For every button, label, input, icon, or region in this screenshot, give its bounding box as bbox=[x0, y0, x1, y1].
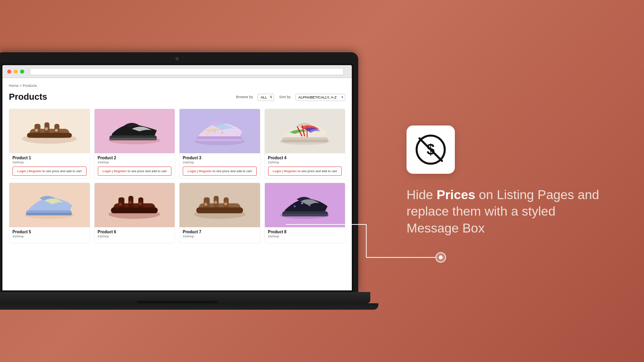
annotation-panel: $ Hide Prices on Listing Pages and repla… bbox=[382, 109, 624, 253]
product-vendor: ZaShop bbox=[12, 234, 87, 238]
laptop-mockup: Home > Products Products Browse by ALL bbox=[0, 52, 358, 310]
svg-point-43 bbox=[214, 201, 217, 204]
product-shoe-svg bbox=[13, 185, 86, 225]
product-vendor: ZaShop bbox=[183, 234, 257, 238]
product-info: Product 7 ZaShop bbox=[180, 227, 260, 243]
browse-label: Browse by bbox=[236, 95, 253, 99]
product-card[interactable]: Product 7 ZaShop bbox=[179, 183, 260, 243]
sort-select[interactable]: ALPHABETICALLY, A-Z bbox=[295, 94, 345, 101]
svg-rect-32 bbox=[111, 207, 158, 213]
svg-point-49 bbox=[301, 202, 303, 204]
laptop-screen: Home > Products Products Browse by ALL bbox=[2, 65, 352, 290]
svg-point-56 bbox=[436, 253, 446, 262]
svg-point-42 bbox=[204, 203, 207, 206]
product-image bbox=[180, 109, 260, 153]
product-card[interactable]: Product 5 ZaShop bbox=[9, 183, 90, 243]
login-box: Login | Register to see price and add to… bbox=[12, 167, 87, 176]
product-image bbox=[9, 183, 90, 227]
svg-point-16 bbox=[214, 130, 216, 132]
product-shoe-svg bbox=[184, 185, 256, 225]
product-shoe-svg bbox=[98, 111, 171, 151]
svg-point-35 bbox=[139, 202, 142, 205]
product-info: Product 8 ZaShop bbox=[265, 227, 345, 243]
svg-rect-41 bbox=[196, 207, 243, 213]
product-card[interactable]: Product 2 ZaShop Login | Register to see… bbox=[94, 109, 175, 179]
register-link[interactable]: Register bbox=[114, 169, 127, 173]
product-shoe-svg bbox=[268, 111, 341, 151]
login-box: Login | Register to see price and add to… bbox=[98, 167, 172, 176]
product-vendor: ZaShop bbox=[12, 160, 87, 164]
traffic-light-maximize[interactable] bbox=[20, 70, 24, 74]
login-link[interactable]: Login bbox=[188, 169, 196, 173]
product-card[interactable]: Product 6 ZaShop bbox=[94, 183, 175, 243]
product-shoe-svg bbox=[184, 111, 256, 151]
svg-point-44 bbox=[224, 202, 227, 205]
login-suffix: to see price and add to cart bbox=[41, 169, 81, 173]
svg-rect-47 bbox=[283, 214, 328, 216]
annotation-text: Hide Prices on Listing Pages and replace… bbox=[407, 187, 600, 237]
product-card[interactable]: Product 4 ZaShop Login | Register to see… bbox=[264, 109, 346, 179]
svg-point-33 bbox=[119, 203, 122, 206]
login-link[interactable]: Login bbox=[17, 169, 26, 173]
address-bar[interactable] bbox=[30, 68, 344, 75]
product-image bbox=[95, 109, 175, 153]
svg-rect-14 bbox=[196, 139, 242, 141]
filter-row: Browse by ALL Sort by ALPHABETICALLY bbox=[236, 93, 345, 101]
register-link[interactable]: Register bbox=[199, 169, 212, 173]
login-link[interactable]: Login bbox=[103, 169, 111, 173]
scene: Home > Products Products Browse by ALL bbox=[0, 0, 644, 362]
traffic-light-close[interactable] bbox=[7, 70, 11, 74]
svg-point-17 bbox=[221, 132, 223, 134]
annotation-text-part1: Hide bbox=[407, 187, 437, 202]
browse-select-wrapper: ALL bbox=[258, 93, 274, 101]
product-image bbox=[265, 183, 345, 227]
product-card[interactable]: Product 8 ZaShop bbox=[264, 183, 346, 243]
svg-rect-20 bbox=[283, 140, 328, 142]
product-shoe-svg bbox=[268, 185, 341, 225]
browse-select[interactable]: ALL bbox=[258, 94, 274, 101]
product-vendor: ZaShop bbox=[98, 160, 172, 164]
svg-rect-26 bbox=[26, 213, 72, 215]
register-link[interactable]: Register bbox=[29, 169, 41, 173]
product-name: Product 2 bbox=[98, 156, 172, 160]
product-image bbox=[95, 183, 175, 227]
laptop-keyboard bbox=[0, 303, 378, 310]
login-suffix: to see price and add to cart bbox=[212, 169, 252, 173]
product-name: Product 3 bbox=[183, 156, 257, 160]
login-suffix: to see price and add to cart bbox=[297, 169, 337, 173]
svg-point-57 bbox=[439, 255, 443, 259]
laptop-camera bbox=[175, 57, 179, 60]
product-card[interactable]: Product 3 ZaShop Login | Register to see… bbox=[179, 109, 260, 179]
product-shoe-svg bbox=[98, 185, 171, 225]
sort-select-wrapper: ALPHABETICALLY, A-Z bbox=[295, 93, 345, 101]
login-box: Login | Register to see price and add to… bbox=[183, 167, 257, 176]
svg-point-15 bbox=[206, 133, 208, 135]
login-suffix: to see price and add to cart bbox=[127, 169, 167, 173]
product-card[interactable]: Product 1 ZaShop Login | Register to see… bbox=[9, 109, 90, 179]
breadcrumb: Home > Products bbox=[9, 84, 345, 88]
login-link[interactable]: Login bbox=[273, 169, 282, 173]
icon-box: $ bbox=[407, 125, 455, 174]
traffic-light-minimize[interactable] bbox=[14, 70, 18, 74]
product-image bbox=[9, 109, 90, 153]
product-info: Product 3 ZaShop Login | Register to see… bbox=[180, 153, 260, 178]
browser-chrome bbox=[2, 65, 352, 78]
laptop-lid: Home > Products Products Browse by ALL bbox=[0, 52, 358, 292]
product-info: Product 4 ZaShop Login | Register to see… bbox=[265, 153, 345, 178]
annotation-text-bold: Prices bbox=[437, 187, 475, 202]
svg-point-50 bbox=[309, 204, 311, 206]
product-name: Product 4 bbox=[268, 156, 342, 160]
product-name: Product 7 bbox=[183, 230, 257, 234]
product-name: Product 8 bbox=[268, 230, 342, 234]
products-grid: Product 1 ZaShop Login | Register to see… bbox=[9, 109, 345, 243]
website-content: Home > Products Products Browse by ALL bbox=[2, 78, 352, 290]
product-name: Product 6 bbox=[98, 230, 172, 234]
svg-rect-11 bbox=[109, 138, 157, 140]
product-image bbox=[180, 183, 260, 227]
register-link[interactable]: Register bbox=[284, 169, 297, 173]
product-info: Product 2 ZaShop Login | Register to see… bbox=[95, 153, 175, 178]
svg-point-8 bbox=[55, 129, 58, 132]
product-info: Product 6 ZaShop bbox=[95, 227, 175, 243]
svg-point-6 bbox=[35, 129, 38, 132]
sort-label: Sort by bbox=[279, 95, 291, 99]
